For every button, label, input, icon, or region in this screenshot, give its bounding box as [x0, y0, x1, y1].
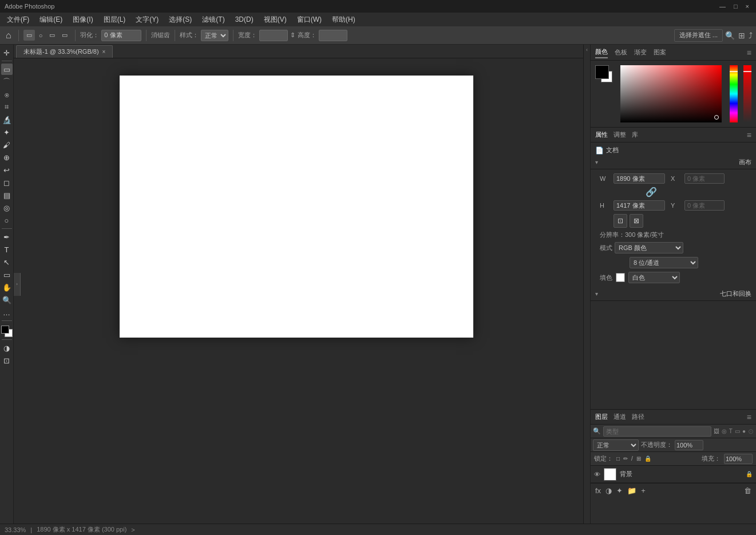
color-panel-menu[interactable]: ≡	[747, 48, 751, 57]
canvas-x-input[interactable]	[684, 173, 725, 184]
brush-tool[interactable]: 🖌	[1, 139, 13, 150]
fill-select[interactable]: 白色	[628, 272, 680, 283]
lock-all-icon[interactable]: 🔒	[644, 455, 651, 462]
document-tab[interactable]: 未标题-1 @ 33.3%(RGB/8) ×	[16, 45, 113, 58]
shape-tool[interactable]: ▭	[1, 269, 13, 280]
width-input[interactable]	[259, 30, 288, 41]
color-gradient[interactable]	[620, 65, 722, 122]
minimize-btn[interactable]: —	[717, 3, 728, 10]
workspace-icon[interactable]: ⊞	[738, 31, 745, 40]
share-icon[interactable]: ⤴	[749, 31, 753, 40]
tab-pattern[interactable]: 图案	[654, 47, 666, 58]
right-collapse-btn[interactable]: ‹	[583, 45, 590, 524]
layers-panel-menu[interactable]: ≡	[747, 413, 751, 422]
maximize-btn[interactable]: □	[731, 3, 740, 10]
fill-input[interactable]	[724, 454, 753, 464]
color-alpha-strip[interactable]	[743, 65, 751, 122]
fill-color-box[interactable]	[616, 273, 625, 282]
pixel-aspect-section-header[interactable]: ▾ 七口和回换	[591, 287, 756, 301]
menu-file[interactable]: 文件(F)	[2, 14, 34, 26]
menu-view[interactable]: 视图(V)	[259, 14, 291, 26]
layer-filter-image[interactable]: 🖼	[714, 428, 719, 434]
extra-tools[interactable]: …	[1, 307, 13, 318]
link-dimensions-icon[interactable]: 🔗	[646, 187, 657, 197]
panel-expand-left[interactable]: ›	[14, 273, 21, 296]
layer-visibility-icon[interactable]: 👁	[594, 471, 600, 478]
tab-adjustments[interactable]: 调整	[613, 130, 626, 139]
single-row-btn[interactable]: ▭	[46, 30, 58, 41]
zoom-tool[interactable]: 🔍	[1, 294, 13, 306]
menu-edit[interactable]: 编辑(E)	[35, 14, 67, 26]
eraser-tool[interactable]: ◻	[1, 177, 13, 188]
gradient-tool[interactable]: ▤	[1, 189, 13, 201]
layer-filter-text[interactable]: T	[729, 428, 733, 434]
tab-swatches[interactable]: 色板	[615, 47, 627, 58]
dodge-tool[interactable]: ○	[1, 215, 13, 226]
canvas-section-header[interactable]: ▾ 画布	[591, 156, 756, 169]
rect-select-btn[interactable]: ▭	[23, 30, 35, 41]
canvas-wrapper[interactable]	[14, 58, 583, 524]
marquee-tool[interactable]: ▭	[1, 64, 13, 75]
layer-fx-btn[interactable]: fx	[594, 486, 602, 495]
tab-channels[interactable]: 通道	[613, 413, 626, 421]
quick-select-tool[interactable]: ⍟	[1, 89, 13, 100]
lock-position-icon[interactable]: /	[631, 455, 633, 462]
color-swatches[interactable]	[1, 326, 13, 337]
layer-filter-smart[interactable]: ●	[742, 428, 746, 434]
tab-close-btn[interactable]: ×	[102, 49, 106, 55]
blend-mode-select[interactable]: 正常	[593, 439, 639, 451]
delete-layer-btn[interactable]: 🗑	[743, 486, 753, 495]
mode-select[interactable]: RGB 颜色	[615, 242, 683, 253]
menu-text[interactable]: 文字(Y)	[131, 14, 163, 26]
layer-filter-adjust[interactable]: ◎	[722, 428, 727, 434]
style-select[interactable]: 正常	[201, 30, 228, 41]
tab-layers[interactable]: 图层	[595, 413, 608, 421]
lock-pixels-icon[interactable]: □	[616, 455, 620, 462]
canvas-w-input[interactable]	[613, 173, 665, 184]
layer-filter-shape[interactable]: ▭	[735, 428, 740, 434]
text-tool[interactable]: T	[1, 244, 13, 255]
fg-color-mini[interactable]	[595, 65, 609, 79]
tab-paths[interactable]: 路径	[632, 413, 644, 421]
clone-tool[interactable]: ⊕	[1, 152, 13, 163]
lock-paint-icon[interactable]: ✏	[623, 455, 628, 462]
quick-mask-btn[interactable]: ◑	[1, 342, 13, 354]
properties-panel-menu[interactable]: ≡	[747, 130, 751, 140]
pen-tool[interactable]: ✒	[1, 231, 13, 243]
layer-filter-toggle[interactable]: ⊙	[748, 427, 754, 435]
bit-depth-select[interactable]: 8 位/通道	[630, 257, 698, 268]
history-brush-tool[interactable]: ↩	[1, 164, 13, 176]
crop-tool[interactable]: ⌗	[1, 101, 13, 113]
layer-group-btn[interactable]: 📁	[626, 486, 638, 495]
lasso-tool[interactable]: ⌒	[1, 76, 13, 88]
menu-image[interactable]: 图像(I)	[68, 14, 97, 26]
menu-select[interactable]: 选择(S)	[164, 14, 196, 26]
foreground-color-swatch[interactable]	[1, 326, 9, 334]
menu-help[interactable]: 帮助(H)	[327, 14, 360, 26]
spot-heal-tool[interactable]: ✦	[1, 126, 13, 138]
ellipse-select-btn[interactable]: ○	[36, 30, 46, 41]
lock-artboard-icon[interactable]: ⊞	[636, 455, 641, 462]
single-col-btn[interactable]: ▭	[59, 30, 70, 41]
menu-layer[interactable]: 图层(L)	[99, 14, 130, 26]
feather-input[interactable]	[101, 30, 141, 41]
tab-gradient[interactable]: 渐变	[634, 47, 647, 58]
new-layer-btn[interactable]: +	[640, 486, 647, 495]
eyedropper-tool[interactable]: 🔬	[1, 114, 13, 125]
home-icon[interactable]: ⌂	[3, 29, 14, 42]
canvas-h-input[interactable]	[613, 200, 665, 211]
resize-canvas-btn[interactable]: ⊠	[630, 214, 643, 228]
screen-mode-btn[interactable]: ⊡	[1, 355, 13, 366]
status-arrow[interactable]: >	[131, 526, 134, 533]
color-hue-strip[interactable]	[730, 65, 738, 122]
layer-adjustment-btn[interactable]: ✦	[615, 486, 624, 495]
layer-mask-btn[interactable]: ◑	[604, 486, 613, 495]
close-btn[interactable]: ×	[743, 3, 751, 10]
hand-tool[interactable]: ✋	[1, 282, 13, 293]
layer-search-input[interactable]	[603, 426, 711, 437]
blur-tool[interactable]: ◎	[1, 202, 13, 213]
layer-item[interactable]: 👁 背景 🔒	[591, 466, 756, 483]
menu-filter[interactable]: 滤镜(T)	[197, 14, 229, 26]
path-select-tool[interactable]: ↖	[1, 256, 13, 268]
menu-3d[interactable]: 3D(D)	[231, 14, 258, 25]
